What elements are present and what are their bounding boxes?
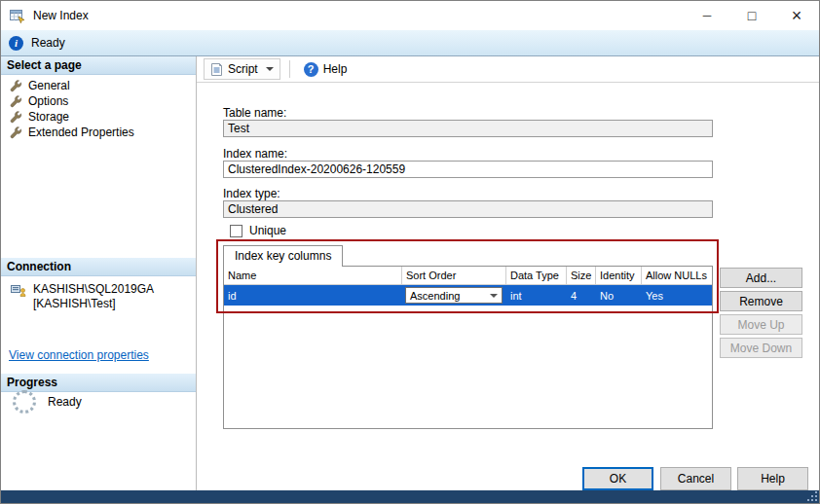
unique-checkbox-label: Unique (249, 224, 286, 237)
page-label-extended-properties: Extended Properties (28, 126, 134, 139)
index-key-columns-grid: Name Sort Order Data Type Size Identity … (223, 266, 713, 429)
page-list: General Options Storage (1, 78, 196, 140)
index-type-field: Clustered (223, 200, 713, 218)
help-button[interactable]: Help (737, 467, 808, 490)
move-up-button[interactable]: Move Up (720, 314, 802, 335)
cancel-button[interactable]: Cancel (660, 467, 731, 490)
column-header-name[interactable]: Name (224, 267, 402, 284)
column-header-allow-nulls[interactable]: Allow NULLs (642, 267, 712, 284)
grid-header-row: Name Sort Order Data Type Size Identity … (224, 267, 712, 285)
remove-button[interactable]: Remove (720, 291, 802, 311)
column-header-sort-order[interactable]: Sort Order (402, 267, 506, 284)
wrench-icon (10, 126, 22, 139)
grid-row-id[interactable]: id Ascending int 4 No Yes (224, 285, 712, 306)
window-controls: ─ □ × (685, 1, 819, 30)
ok-button[interactable]: OK (582, 467, 653, 490)
connection-server-name: KASHISH\SQL2019GA (33, 282, 154, 297)
table-name-field: Test (223, 120, 713, 137)
window-status-strip (1, 490, 819, 503)
script-button-label: Script (228, 62, 258, 76)
script-icon (210, 62, 223, 77)
dialog-status-bar: i Ready (1, 30, 819, 56)
index-name-label: Index name: (223, 147, 287, 161)
progress-indicator: Ready (13, 390, 82, 414)
info-icon: i (9, 36, 23, 51)
sort-order-selected-value: Ascending (410, 290, 460, 302)
help-toolbar-button[interactable]: ? Help (299, 58, 353, 80)
wrench-icon (10, 80, 22, 92)
titlebar: New Index ─ □ × (1, 1, 819, 30)
new-index-window-icon (10, 8, 25, 23)
server-connection-icon (11, 284, 26, 311)
connection-info: KASHISH\SQL2019GA [KASHISH\Test] (11, 282, 154, 311)
index-type-label: Index type: (223, 187, 280, 200)
script-button[interactable]: Script (204, 58, 280, 80)
column-header-identity[interactable]: Identity (596, 267, 642, 284)
window-title: New Index (33, 9, 89, 22)
tab-index-key-columns[interactable]: Index key columns (223, 245, 343, 267)
progress-status-text: Ready (48, 395, 82, 409)
page-label-storage: Storage (28, 110, 69, 124)
toolbar-separator (289, 60, 290, 78)
main-panel: Script ? Help Table name: Test Index nam… (197, 56, 819, 492)
cell-data-type[interactable]: int (506, 290, 567, 302)
wrench-icon (10, 111, 22, 124)
dialog-status-text: Ready (31, 36, 65, 50)
new-index-dialog: New Index ─ □ × i Ready Select a page Ge… (0, 0, 820, 504)
cell-identity[interactable]: No (596, 290, 642, 302)
unique-checkbox[interactable] (230, 225, 242, 237)
connection-user-name: [KASHISH\Test] (33, 297, 154, 311)
help-toolbar-label: Help (323, 62, 348, 76)
sidebar-item-storage[interactable]: Storage (1, 109, 196, 125)
move-down-button[interactable]: Move Down (720, 338, 802, 358)
help-icon: ? (304, 62, 318, 77)
column-header-size[interactable]: Size (567, 267, 596, 284)
unique-checkbox-row: Unique (230, 224, 286, 237)
add-button[interactable]: Add... (720, 268, 802, 288)
connection-header: Connection (1, 258, 196, 276)
cell-sort-order: Ascending (402, 287, 506, 304)
toolbar: Script ? Help (197, 56, 819, 83)
sidebar-item-options[interactable]: Options (1, 93, 196, 109)
view-connection-properties-link[interactable]: View connection properties (9, 348, 149, 362)
close-button[interactable]: × (774, 1, 819, 30)
sort-order-dropdown[interactable]: Ascending (405, 287, 503, 304)
connection-text: KASHISH\SQL2019GA [KASHISH\Test] (33, 282, 154, 311)
page-label-general: General (28, 79, 70, 92)
select-page-header: Select a page (1, 56, 196, 75)
sidebar-item-general[interactable]: General (1, 78, 196, 93)
sidebar: Select a page General Options (1, 56, 197, 492)
column-header-data-type[interactable]: Data Type (506, 267, 567, 284)
minimize-button[interactable]: ─ (685, 1, 729, 30)
maximize-button[interactable]: □ (729, 1, 774, 30)
sidebar-item-extended-properties[interactable]: Extended Properties (1, 125, 196, 140)
dialog-body: Select a page General Options (1, 56, 819, 492)
cell-name[interactable]: id (224, 290, 402, 302)
resize-grip[interactable] (807, 491, 818, 502)
main-content: Table name: Test Index name: ClusteredIn… (197, 83, 819, 492)
combo-chevron-down-icon (490, 294, 498, 298)
table-name-label: Table name: (223, 106, 286, 120)
wrench-icon (10, 95, 22, 108)
cell-size[interactable]: 4 (567, 290, 596, 302)
page-label-options: Options (28, 94, 68, 108)
progress-spinner-icon (13, 390, 36, 414)
cell-allow-nulls[interactable]: Yes (642, 290, 712, 302)
index-name-input[interactable]: ClusteredIndex-20200626-120559 (223, 161, 713, 178)
chevron-down-icon[interactable] (266, 67, 274, 71)
